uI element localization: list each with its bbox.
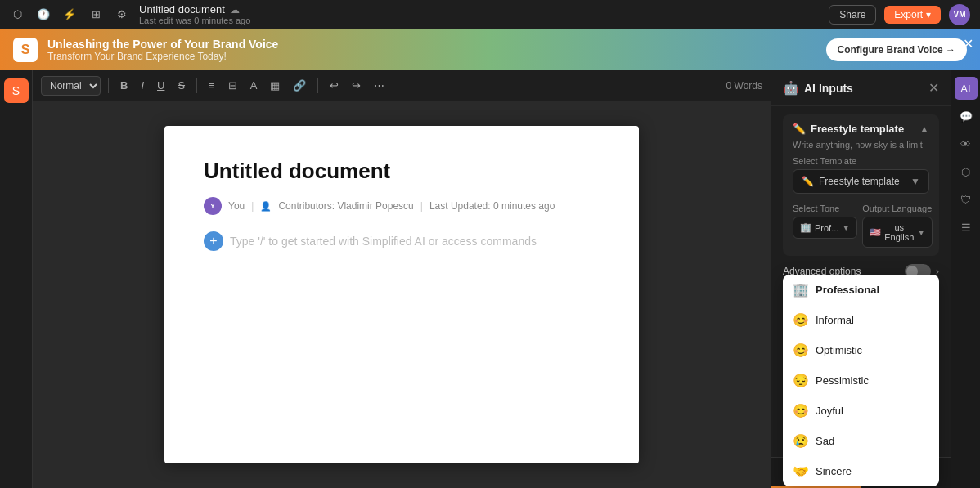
template-pen-icon: ✏️ xyxy=(802,176,814,187)
top-right-actions: Share Export ▾ VM xyxy=(829,4,970,25)
share-button[interactable]: Share xyxy=(829,5,876,25)
editor-placeholder: Type '/' to get started with Simplified … xyxy=(230,235,537,248)
grid-icon[interactable]: ⊞ xyxy=(88,7,103,22)
editor-area: Normal B I U S ≡ ⊟ A ▦ 🔗 ↩ ↪ ⋯ 0 Words U… xyxy=(33,70,771,488)
tone-item-sincere[interactable]: 🤝 Sincere xyxy=(783,456,939,457)
toolbar-separator-1 xyxy=(108,78,109,93)
ai-panel: 🤖 AI Inputs ✕ ✏️ Freestyle template ▲ Wr… xyxy=(771,70,951,488)
clock-icon[interactable]: 🕐 xyxy=(36,7,51,22)
contributors-icon: 👤 xyxy=(260,201,272,212)
redo-button[interactable]: ↪ xyxy=(348,77,365,94)
tone-select-button[interactable]: 🏢 Prof... ▼ xyxy=(793,217,857,239)
informal-label: Informal xyxy=(816,314,854,326)
undo-button[interactable]: ↩ xyxy=(326,77,343,94)
right-icon-ai[interactable]: AI xyxy=(955,77,978,100)
main-area: S Normal B I U S ≡ ⊟ A ▦ 🔗 ↩ ↪ ⋯ 0 Words xyxy=(0,70,980,488)
optimistic-emoji: 😊 xyxy=(793,342,809,358)
template-chevron-icon: ▼ xyxy=(910,176,920,187)
informal-emoji: 😊 xyxy=(793,312,809,328)
section-subtitle: Write anything, now sky is a limit xyxy=(793,140,929,150)
right-icons: AI 💬 👁 ⬡ 🛡 ☰ xyxy=(951,70,980,488)
logo-letter: S xyxy=(21,43,30,57)
strikethrough-button[interactable]: S xyxy=(173,77,189,94)
export-button[interactable]: Export ▾ xyxy=(884,6,941,24)
underline-button[interactable]: U xyxy=(153,77,169,94)
banner-logo: S xyxy=(13,38,38,62)
banner-subtitle: Transform Your Brand Experience Today! xyxy=(47,51,278,62)
lightning-icon[interactable]: ⚡ xyxy=(62,7,77,22)
top-bar: ⬡ 🕐 ⚡ ⊞ ⚙ Untitled document ☁ Last edit … xyxy=(0,0,980,29)
professional-emoji: 🏢 xyxy=(793,282,809,298)
tone-item-joyful[interactable]: 😊 Joyful xyxy=(783,396,939,426)
ai-panel-body: ✏️ Freestyle template ▲ Write anything, … xyxy=(771,106,951,457)
toolbar-separator-2 xyxy=(196,78,197,93)
ai-icon: 🤖 xyxy=(783,80,799,96)
add-content-button[interactable]: + xyxy=(204,231,223,251)
doc-subtitle: Last edit was 0 minutes ago xyxy=(139,16,829,25)
settings-icon[interactable]: ⚙ xyxy=(115,7,129,22)
cloud-icon: ☁ xyxy=(230,4,240,16)
home-icon[interactable]: ⬡ xyxy=(10,7,25,22)
top-bar-icons: ⬡ 🕐 ⚡ ⊞ ⚙ xyxy=(10,7,129,22)
font-color-button[interactable]: A xyxy=(246,77,262,94)
select-template-label: Select Template xyxy=(793,156,929,166)
bullet-list-button[interactable]: ≡ xyxy=(205,77,219,94)
highlight-button[interactable]: ▦ xyxy=(266,77,284,94)
avatar: VM xyxy=(949,4,970,25)
tone-language-row: Select Tone 🏢 Prof... ▼ Output Language … xyxy=(793,199,929,248)
flag-icon: 🇺🇸 xyxy=(870,227,881,238)
editor-scroll[interactable]: Untitled document Y You | 👤 Contributors… xyxy=(33,101,771,488)
placeholder-row: + Type '/' to get started with Simplifie… xyxy=(204,231,600,251)
tone-icon: 🏢 xyxy=(800,222,811,233)
export-label: Export xyxy=(894,9,923,20)
ordered-list-button[interactable]: ⊟ xyxy=(224,77,241,94)
freestyle-section: ✏️ Freestyle template ▲ Write anything, … xyxy=(783,114,939,256)
left-sidebar: S xyxy=(0,70,33,488)
toolbar-separator-3 xyxy=(317,78,318,93)
section-title: ✏️ Freestyle template xyxy=(793,123,904,135)
right-icon-3[interactable]: ☰ xyxy=(955,216,978,239)
brand-voice-banner: S Unleashing the Power of Your Brand Voi… xyxy=(0,29,980,70)
language-select-button[interactable]: 🇺🇸 us English ▼ xyxy=(862,217,933,248)
bold-button[interactable]: B xyxy=(116,77,132,94)
pessimistic-emoji: 😔 xyxy=(793,373,809,388)
italic-button[interactable]: I xyxy=(137,77,148,94)
ai-panel-close-button[interactable]: ✕ xyxy=(928,80,939,96)
tone-item-sad[interactable]: 😢 Sad xyxy=(783,426,939,456)
ai-panel-title: AI Inputs xyxy=(804,82,928,95)
configure-brand-voice-button[interactable]: Configure Brand Voice → xyxy=(826,38,967,61)
professional-label: Professional xyxy=(816,284,879,296)
format-select[interactable]: Normal xyxy=(41,76,101,96)
right-icon-chat[interactable]: 💬 xyxy=(955,105,978,128)
document-heading[interactable]: Untitled document xyxy=(204,159,600,184)
document-meta: Y You | 👤 Contributors: Vladimir Popescu… xyxy=(204,197,600,215)
banner-text: Unleashing the Power of Your Brand Voice… xyxy=(47,38,278,62)
tone-item-informal[interactable]: 😊 Informal xyxy=(783,305,939,335)
contributors-label: Contributors: Vladimir Popescu xyxy=(278,200,413,212)
chevron-down-icon: ▾ xyxy=(926,9,931,20)
right-icon-eye[interactable]: 👁 xyxy=(955,132,978,155)
editor-document[interactable]: Untitled document Y You | 👤 Contributors… xyxy=(164,126,639,463)
collapse-icon[interactable]: ▲ xyxy=(919,123,929,135)
optimistic-label: Optimistic xyxy=(816,344,862,356)
you-label: You xyxy=(228,200,245,212)
link-button[interactable]: 🔗 xyxy=(289,77,310,94)
document-title: Untitled document xyxy=(139,3,225,16)
tone-item-pessimistic[interactable]: 😔 Pessimistic xyxy=(783,365,939,396)
language-label: Output Language xyxy=(862,204,933,213)
template-select-button[interactable]: ✏️ Freestyle template ▼ xyxy=(793,169,929,194)
tone-item-professional[interactable]: 🏢 Professional xyxy=(783,275,939,305)
word-count: 0 Words xyxy=(726,80,762,92)
ai-panel-header: 🤖 AI Inputs ✕ xyxy=(771,70,951,106)
more-options-button[interactable]: ⋯ xyxy=(370,77,389,94)
section-header: ✏️ Freestyle template ▲ xyxy=(793,123,929,135)
right-icon-1[interactable]: ⬡ xyxy=(955,160,978,183)
joyful-emoji: 😊 xyxy=(793,403,809,419)
pessimistic-label: Pessimistic xyxy=(816,374,869,387)
banner-close-button[interactable]: ✕ xyxy=(963,36,973,51)
tone-chevron-icon: ▼ xyxy=(842,223,850,232)
tone-item-optimistic[interactable]: 😊 Optimistic xyxy=(783,335,939,365)
right-icon-2[interactable]: 🛡 xyxy=(955,188,978,211)
last-updated-label: Last Updated: 0 minutes ago xyxy=(429,200,555,212)
sidebar-icon-logo[interactable]: S xyxy=(4,78,29,103)
